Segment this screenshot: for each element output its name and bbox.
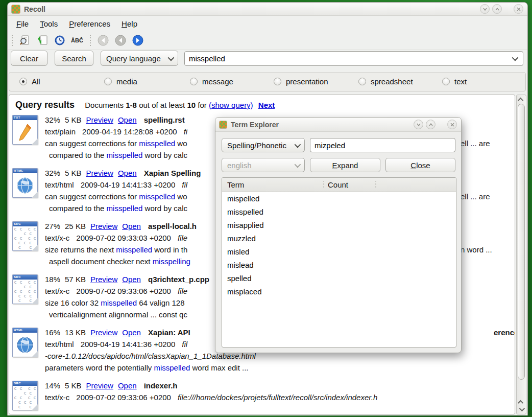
nav-back-disabled-button[interactable]: [95, 33, 111, 48]
file-type-badge: HTML: [13, 328, 37, 333]
term-row[interactable]: misled: [222, 245, 456, 259]
result-title: Xapian: API: [148, 328, 190, 337]
file-date: 2009-07-02 09:33:03 +0200: [76, 234, 171, 242]
scroll-up-button[interactable]: [517, 96, 526, 103]
term-row[interactable]: mislead: [222, 259, 456, 272]
menu-tools[interactable]: Tools: [34, 17, 63, 30]
document-history-button[interactable]: [52, 33, 67, 48]
term-row[interactable]: misplaced: [222, 285, 456, 298]
file-url: fil: [182, 180, 187, 189]
mime-type: text/x-c: [45, 393, 69, 402]
open-link[interactable]: Open: [122, 328, 141, 337]
scroll-down-button[interactable]: [517, 406, 526, 413]
dialog-titlebar[interactable]: Term Explorer: [215, 118, 461, 132]
menu-file[interactable]: File: [11, 17, 34, 30]
preview-link[interactable]: Preview: [90, 222, 117, 230]
shade-button[interactable]: [480, 4, 490, 14]
html-file-icon: HTML: [12, 168, 38, 198]
preview-link[interactable]: Preview: [86, 169, 113, 177]
open-link[interactable]: Open: [118, 381, 137, 390]
radio-spreadsheet[interactable]: spreadsheet: [358, 77, 413, 86]
close-button[interactable]: Close: [385, 158, 455, 172]
open-link[interactable]: Open: [118, 115, 137, 124]
search-button[interactable]: Search: [55, 51, 93, 66]
relevance-percent: 16%: [45, 328, 60, 337]
recoll-logo-icon: [12, 5, 20, 13]
search-input[interactable]: [185, 54, 508, 63]
relevance-percent: 27%: [45, 222, 60, 230]
menu-preferences[interactable]: Preferences: [63, 17, 116, 30]
term-input[interactable]: [310, 141, 455, 150]
open-link[interactable]: Open: [118, 169, 137, 177]
radio-text[interactable]: text: [442, 77, 467, 86]
radio-presentation[interactable]: presentation: [274, 77, 328, 86]
preview-link[interactable]: Preview: [86, 381, 113, 390]
source-file-icon: SRC c c c c c c c c c c c c c c c: [12, 274, 38, 304]
term-explorer-button[interactable]: ÅBĈ: [69, 33, 85, 48]
nav-next-button[interactable]: [130, 33, 146, 48]
term-results-table: Term Count mispelled misspelled misappli…: [222, 177, 456, 348]
preview-link[interactable]: Preview: [90, 275, 117, 284]
window-titlebar[interactable]: Recoll: [8, 3, 527, 16]
expansion-mode-dropdown[interactable]: Spelling/Phonetic: [222, 138, 305, 152]
file-date: 2009-07-02 09:33:06 +0200: [76, 287, 171, 295]
recoll-main-window: Recoll File Tools Preferences Help: [7, 2, 528, 415]
results-scrollbar[interactable]: [516, 95, 526, 414]
term-input-field[interactable]: [310, 138, 455, 152]
highlighted-term: misspelled: [107, 204, 143, 213]
search-query-combobox[interactable]: [184, 51, 523, 66]
term-row[interactable]: mispelled: [222, 192, 456, 205]
relevance-percent: 32%: [45, 169, 60, 177]
open-link[interactable]: Open: [122, 275, 141, 284]
close-window-button[interactable]: [514, 4, 523, 14]
chevron-down-icon: [416, 122, 421, 127]
file-size: 57 KB: [65, 275, 86, 284]
file-size: 13 KB: [65, 328, 86, 337]
unshade-button[interactable]: [492, 4, 502, 14]
preview-link[interactable]: Preview: [86, 115, 113, 124]
chevron-up-icon: [428, 122, 433, 127]
menu-bar: File Tools Preferences Help: [8, 16, 527, 31]
term-row[interactable]: spelled: [222, 272, 456, 285]
dialog-shade-button[interactable]: [414, 120, 423, 129]
chevron-down-icon[interactable]: [512, 55, 519, 61]
mime-type: text/html: [45, 180, 74, 189]
chevron-down-icon: [295, 161, 301, 168]
term-row[interactable]: misapplied: [222, 219, 456, 232]
scroll-up-button-bottom[interactable]: [517, 399, 526, 406]
term-row[interactable]: muzzled: [222, 232, 456, 245]
results-heading: Query results: [15, 100, 75, 110]
result-title: spelling.rst: [144, 115, 185, 124]
show-query-link[interactable]: (show query): [209, 101, 253, 109]
dialog-close-button[interactable]: [447, 120, 457, 129]
next-page-link[interactable]: Next: [258, 101, 275, 109]
menu-help[interactable]: Help: [116, 17, 143, 30]
highlighted-term: misspelled: [107, 151, 143, 159]
preview-link[interactable]: Preview: [90, 328, 117, 337]
advanced-search-button[interactable]: [17, 33, 33, 48]
clear-button[interactable]: Clear: [11, 51, 47, 66]
column-header-term[interactable]: Term: [227, 178, 244, 192]
query-language-dropdown[interactable]: Query language: [101, 51, 178, 66]
open-link[interactable]: Open: [122, 222, 141, 230]
close-icon: [516, 7, 521, 12]
expand-button[interactable]: Expand: [310, 158, 380, 172]
file-date: 2009-04-19 14:28:08 +0200: [82, 127, 177, 136]
term-row[interactable]: misspelled: [222, 205, 456, 219]
language-dropdown[interactable]: english: [222, 158, 305, 172]
scrollbar-thumb[interactable]: [518, 104, 525, 380]
toolbar-handle-2[interactable]: [89, 35, 91, 46]
nav-previous-button[interactable]: [113, 33, 128, 48]
file-url: file: [178, 234, 187, 242]
radio-all[interactable]: All: [19, 77, 40, 86]
mime-type: text/plain: [45, 127, 76, 136]
dialog-unshade-button[interactable]: [426, 120, 436, 129]
column-header-count[interactable]: Count: [328, 178, 348, 192]
file-type-badge: HTML: [13, 169, 37, 173]
sort-parameters-button[interactable]: [35, 33, 50, 48]
mime-type: text/x-c: [45, 287, 69, 295]
radio-media[interactable]: media: [104, 77, 137, 86]
toolbar-handle[interactable]: [11, 35, 13, 46]
radio-message[interactable]: message: [190, 77, 233, 86]
highlighted-term: misspelled: [139, 139, 175, 148]
